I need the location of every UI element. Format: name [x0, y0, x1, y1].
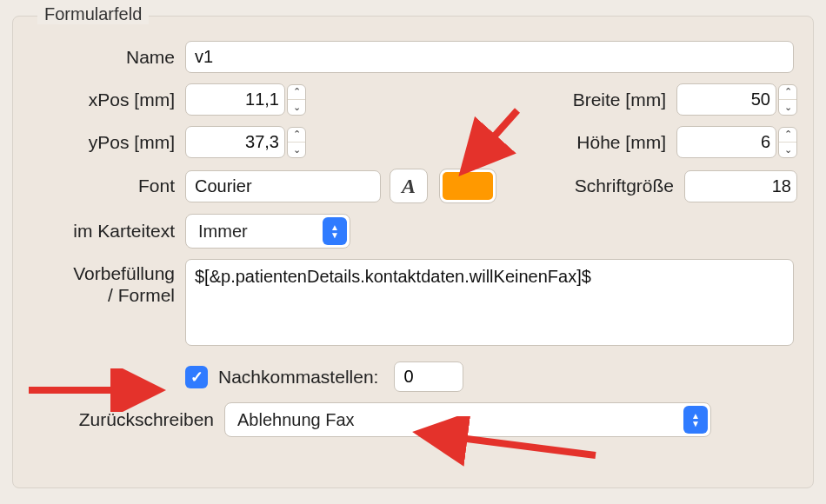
font-a-icon: A [402, 175, 416, 198]
color-swatch[interactable] [440, 169, 496, 202]
hoehe-stepper-wrap: ⌃ ⌄ [676, 126, 797, 158]
label-breite: Breite [mm] [546, 90, 676, 110]
row-zurueckschreiben: Zurückschreiben Ablehnung Fax ▲▼ [29, 402, 797, 437]
label-ypos: yPos [mm] [29, 131, 185, 153]
name-input[interactable] [185, 41, 794, 73]
row-vorbefuellung: Vorbefüllung / Formel [29, 259, 797, 346]
xpos-input[interactable] [185, 83, 285, 116]
zurueckschreiben-select-wrap: Ablehnung Fax ▲▼ [224, 402, 711, 437]
row-ypos-hoehe: yPos [mm] ⌃ ⌄ Höhe [mm] ⌃ ⌄ [29, 126, 797, 158]
breite-stepper[interactable]: ⌃ ⌄ [778, 84, 797, 116]
ypos-stepper-wrap: ⌃ ⌄ [185, 126, 306, 158]
label-schriftgroesse: Schriftgröße [554, 176, 684, 196]
nachkomma-checkbox[interactable]: ✓ [185, 366, 208, 388]
zurueckschreiben-select-value: Ablehnung Fax [237, 410, 355, 430]
chevron-up-icon: ⌃ [288, 85, 305, 101]
fieldset-legend: Formularfeld [37, 4, 149, 24]
label-hoehe: Höhe [mm] [546, 132, 676, 153]
check-icon: ✓ [190, 368, 203, 387]
row-font: Font A Schriftgröße [29, 169, 797, 203]
xpos-stepper-wrap: ⌃ ⌄ [185, 83, 306, 116]
zurueckschreiben-select[interactable]: Ablehnung Fax [224, 402, 711, 437]
nachkomma-input[interactable] [394, 361, 463, 392]
chevron-up-icon: ⌃ [288, 128, 305, 143]
label-font: Font [29, 175, 185, 196]
karteitext-select[interactable]: Immer [185, 214, 350, 249]
font-picker-button[interactable]: A [390, 169, 428, 203]
breite-input[interactable] [676, 83, 776, 116]
karteitext-select-value: Immer [198, 222, 248, 242]
karteitext-select-wrap: Immer ▲▼ [185, 214, 350, 249]
schriftgroesse-input[interactable] [684, 170, 797, 202]
breite-stepper-wrap: ⌃ ⌄ [676, 83, 797, 116]
label-karteitext: im Karteitext [29, 220, 185, 242]
font-input[interactable] [185, 170, 381, 202]
vorbefuellung-textarea[interactable] [185, 259, 794, 346]
label-zurueckschreiben: Zurückschreiben [29, 409, 224, 430]
label-name: Name [29, 46, 185, 68]
chevron-up-icon: ⌃ [779, 85, 796, 101]
xpos-stepper[interactable]: ⌃ ⌄ [287, 84, 306, 116]
row-nachkomma: ✓ Nachkommastellen: [29, 361, 797, 392]
ypos-stepper[interactable]: ⌃ ⌄ [287, 127, 306, 158]
row-xpos-breite: xPos [mm] ⌃ ⌄ Breite [mm] ⌃ ⌄ [29, 83, 797, 116]
hoehe-stepper[interactable]: ⌃ ⌄ [778, 127, 797, 158]
formularfeld-fieldset: Formularfeld Name xPos [mm] ⌃ ⌄ Breite [… [12, 16, 814, 488]
label-nachkomma: Nachkommastellen: [218, 367, 378, 388]
chevron-down-icon: ⌄ [288, 143, 305, 157]
label-vorbefuellung-l2: / Formel [108, 285, 175, 305]
label-vorbefuellung: Vorbefüllung / Formel [29, 259, 185, 306]
chevron-up-icon: ⌃ [779, 128, 796, 143]
ypos-input[interactable] [185, 126, 285, 158]
hoehe-input[interactable] [676, 126, 776, 158]
chevron-down-icon: ⌄ [288, 100, 305, 115]
label-xpos: xPos [mm] [29, 89, 185, 110]
chevron-down-icon: ⌄ [779, 100, 796, 115]
row-name: Name [29, 41, 797, 73]
label-vorbefuellung-l1: Vorbefüllung [73, 263, 175, 283]
row-karteitext: im Karteitext Immer ▲▼ [29, 214, 797, 249]
chevron-down-icon: ⌄ [779, 143, 796, 157]
